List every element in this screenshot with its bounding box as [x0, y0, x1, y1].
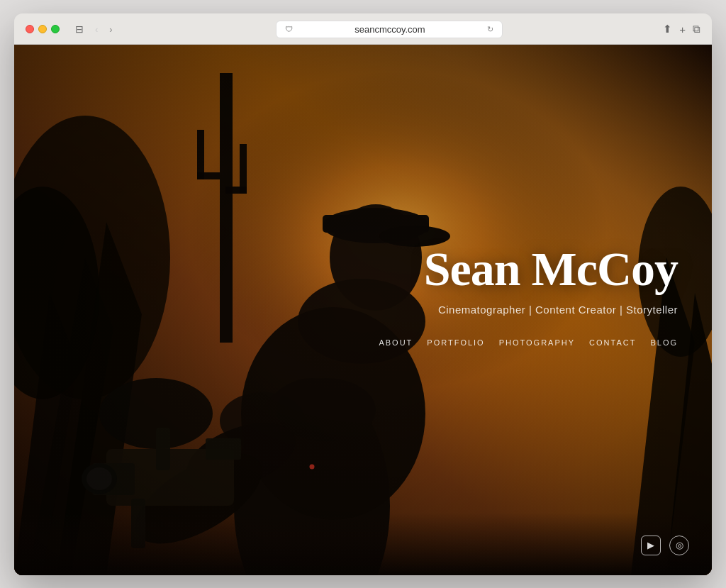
- browser-controls: ⊟ ‹ ›: [72, 22, 116, 36]
- traffic-lights: [26, 25, 60, 33]
- share-button[interactable]: ⬆: [663, 23, 672, 35]
- browser-actions: ⬆ + ⧉: [663, 23, 700, 35]
- tabs-button[interactable]: ⧉: [693, 23, 700, 35]
- website-content: Sean McCoy Cinematographer | Content Cre…: [14, 45, 712, 575]
- hero-tagline: Cinematographer | Content Creator | Stor…: [438, 304, 678, 316]
- reload-icon[interactable]: ↻: [487, 25, 493, 34]
- youtube-symbol: ▶: [647, 540, 654, 550]
- sidebar-toggle-button[interactable]: ⊟: [72, 22, 86, 36]
- instagram-symbol: ◎: [676, 540, 683, 550]
- social-icons: ▶ ◎: [641, 536, 689, 555]
- browser-window: ⊟ ‹ › 🛡 seancmccoy.com ↻ ⬆ + ⧉: [14, 13, 712, 575]
- nav-item-blog[interactable]: BLOG: [650, 338, 678, 347]
- hero-navigation: ABOUT PORTFOLIO PHOTOGRAPHY CONTACT BLOG: [379, 338, 678, 347]
- url-text[interactable]: seancmccoy.com: [297, 24, 483, 35]
- hero-name: Sean McCoy: [424, 244, 678, 294]
- back-button[interactable]: ‹: [92, 23, 101, 36]
- maximize-button[interactable]: [51, 25, 60, 33]
- new-tab-button[interactable]: +: [679, 23, 686, 35]
- youtube-icon[interactable]: ▶: [641, 536, 661, 555]
- browser-chrome: ⊟ ‹ › 🛡 seancmccoy.com ↻ ⬆ + ⧉: [14, 13, 712, 45]
- security-shield-icon: 🛡: [285, 25, 293, 33]
- minimize-button[interactable]: [38, 25, 47, 33]
- nav-item-portfolio[interactable]: PORTFOLIO: [427, 338, 484, 347]
- nav-item-about[interactable]: ABOUT: [379, 338, 413, 347]
- close-button[interactable]: [26, 25, 34, 33]
- hero-content: Sean McCoy Cinematographer | Content Cre…: [328, 45, 712, 575]
- forward-button[interactable]: ›: [106, 23, 115, 36]
- address-bar[interactable]: 🛡 seancmccoy.com ↻: [276, 21, 503, 38]
- address-bar-container: 🛡 seancmccoy.com ↻: [123, 21, 657, 38]
- nav-item-contact[interactable]: CONTACT: [589, 338, 636, 347]
- instagram-icon[interactable]: ◎: [669, 536, 689, 555]
- nav-item-photography[interactable]: PHOTOGRAPHY: [499, 338, 575, 347]
